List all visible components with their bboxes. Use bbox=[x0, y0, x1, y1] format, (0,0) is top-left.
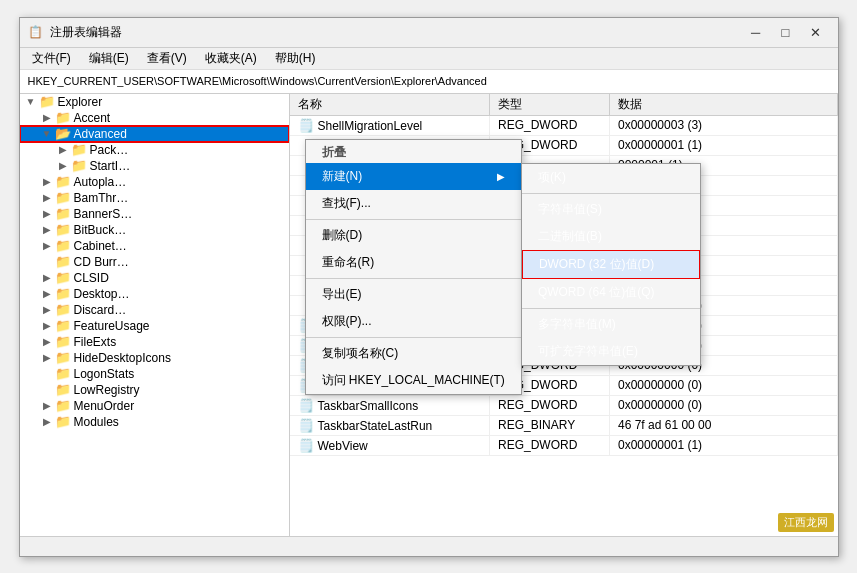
tree-item-bitbuck[interactable]: ▶ 📁 BitBuck… bbox=[20, 222, 289, 238]
reg-name-cell: 🗒️TaskbarSmallIcons bbox=[290, 395, 490, 415]
table-row[interactable]: 🗒️ShellMigrationLevelREG_DWORD0x00000003… bbox=[290, 115, 838, 135]
title-bar: 📋 注册表编辑器 ─ □ ✕ bbox=[20, 18, 838, 48]
tree-item-menuorder[interactable]: ▶ 📁 MenuOrder bbox=[20, 398, 289, 414]
tree-item-banners[interactable]: ▶ 📁 BannerS… bbox=[20, 206, 289, 222]
window-icon: 📋 bbox=[28, 24, 44, 40]
menu-help[interactable]: 帮助(H) bbox=[267, 48, 324, 69]
tree-arrow-desktop: ▶ bbox=[40, 288, 54, 299]
menu-view[interactable]: 查看(V) bbox=[139, 48, 195, 69]
tree-arrow-advanced: ▼ bbox=[40, 128, 54, 139]
tree-label-explorer: Explorer bbox=[58, 95, 103, 109]
reg-data-cell: 0x00000000 (0) bbox=[610, 375, 838, 395]
ctx-item-export[interactable]: 导出(E) bbox=[306, 281, 521, 308]
ctx-arrow-new: ▶ bbox=[497, 171, 505, 182]
status-bar bbox=[20, 536, 838, 556]
ctx-separator-1 bbox=[306, 219, 521, 220]
tree-item-discard[interactable]: ▶ 📁 Discard… bbox=[20, 302, 289, 318]
folder-icon-pack: 📁 bbox=[70, 143, 88, 157]
ctx-item-copyname[interactable]: 复制项名称(C) bbox=[306, 340, 521, 367]
tree-item-explorer[interactable]: ▼ 📁 Explorer bbox=[20, 94, 289, 110]
tree-arrow-discard: ▶ bbox=[40, 304, 54, 315]
tree-label-autopla: Autopla… bbox=[74, 175, 127, 189]
tree-item-advanced[interactable]: ▼ 📂 Advanced bbox=[20, 126, 289, 142]
tree-item-cabinet[interactable]: ▶ 📁 Cabinet… bbox=[20, 238, 289, 254]
ctx-item-access-hklm[interactable]: 访问 HKEY_LOCAL_MACHINE(T) bbox=[306, 367, 521, 394]
tree-label-menuorder: MenuOrder bbox=[74, 399, 135, 413]
tree-label-cdburr: CD Burr… bbox=[74, 255, 129, 269]
table-row[interactable]: 🗒️TaskbarStateLastRunREG_BINARY46 7f ad … bbox=[290, 415, 838, 435]
folder-icon-advanced: 📂 bbox=[54, 127, 72, 141]
reg-data-cell: 0x00000001 (1) bbox=[610, 135, 838, 155]
sub-item-multistring[interactable]: 多字符串值(M) bbox=[522, 311, 700, 338]
tree-arrow-bitbuck: ▶ bbox=[40, 224, 54, 235]
tree-item-logonstats[interactable]: 📁 LogonStats bbox=[20, 366, 289, 382]
tree-item-autopla[interactable]: ▶ 📁 Autopla… bbox=[20, 174, 289, 190]
tree-item-clsid[interactable]: ▶ 📁 CLSID bbox=[20, 270, 289, 286]
tree-label-bitbuck: BitBuck… bbox=[74, 223, 127, 237]
ctx-label-new: 新建(N) bbox=[322, 168, 363, 185]
sub-item-string[interactable]: 字符串值(S) bbox=[522, 196, 700, 223]
maximize-button[interactable]: □ bbox=[772, 22, 800, 42]
tree-label-bamthr: BamThr… bbox=[74, 191, 129, 205]
sub-label-qword: QWORD (64 位)值(Q) bbox=[538, 284, 655, 301]
ctx-label-find: 查找(F)... bbox=[322, 195, 371, 212]
tree-label-featureusage: FeatureUsage bbox=[74, 319, 150, 333]
sub-item-binary[interactable]: 二进制值(B) bbox=[522, 223, 700, 250]
ctx-item-new[interactable]: 新建(N) ▶ 项(K) 字符串值(S) 二进制 bbox=[306, 163, 521, 190]
ctx-label-permission: 权限(P)... bbox=[322, 313, 372, 330]
tree-arrow-hidedesktopicons: ▶ bbox=[40, 352, 54, 363]
reg-name-cell: 🗒️WebView bbox=[290, 435, 490, 455]
menu-bar: 文件(F) 编辑(E) 查看(V) 收藏夹(A) 帮助(H) bbox=[20, 48, 838, 70]
tree-item-hidedesktopicons[interactable]: ▶ 📁 HideDesktopIcons bbox=[20, 350, 289, 366]
menu-edit[interactable]: 编辑(E) bbox=[81, 48, 137, 69]
context-menu: 折叠 新建(N) ▶ 项(K) 字符串值(S) bbox=[305, 139, 522, 395]
minimize-button[interactable]: ─ bbox=[742, 22, 770, 42]
tree-item-starti[interactable]: ▶ 📁 StartI… bbox=[20, 158, 289, 174]
table-row[interactable]: 🗒️TaskbarSmallIconsREG_DWORD0x00000000 (… bbox=[290, 395, 838, 415]
tree-item-lowregistry[interactable]: 📁 LowRegistry bbox=[20, 382, 289, 398]
tree-arrow-pack: ▶ bbox=[56, 144, 70, 155]
ctx-item-delete[interactable]: 删除(D) bbox=[306, 222, 521, 249]
tree-item-featureusage[interactable]: ▶ 📁 FeatureUsage bbox=[20, 318, 289, 334]
ctx-label-copyname: 复制项名称(C) bbox=[322, 345, 399, 362]
tree-label-pack: Pack… bbox=[90, 143, 129, 157]
col-header-data: 数据 bbox=[610, 94, 838, 116]
tree-item-fileexts[interactable]: ▶ 📁 FileExts bbox=[20, 334, 289, 350]
ctx-item-find[interactable]: 查找(F)... bbox=[306, 190, 521, 217]
reg-type-cell: REG_DWORD bbox=[490, 395, 610, 415]
reg-data-cell: 0x00000001 (1) bbox=[610, 435, 838, 455]
tree-arrow-featureusage: ▶ bbox=[40, 320, 54, 331]
tree-item-desktop[interactable]: ▶ 📁 Desktop… bbox=[20, 286, 289, 302]
sub-item-dword[interactable]: DWORD (32 位)值(D) bbox=[522, 250, 700, 279]
ctx-item-rename[interactable]: 重命名(R) bbox=[306, 249, 521, 276]
reg-data-cell: 0x00000003 (3) bbox=[610, 115, 838, 135]
tree-item-accent[interactable]: ▶ 📁 Accent bbox=[20, 110, 289, 126]
sub-item-key[interactable]: 项(K) bbox=[522, 164, 700, 191]
folder-icon-explorer: 📁 bbox=[38, 95, 56, 109]
sub-item-qword[interactable]: QWORD (64 位)值(Q) bbox=[522, 279, 700, 306]
title-buttons: ─ □ ✕ bbox=[742, 22, 830, 42]
folder-icon-discard: 📁 bbox=[54, 303, 72, 317]
table-row[interactable]: 🗒️WebViewREG_DWORD0x00000001 (1) bbox=[290, 435, 838, 455]
tree-label-logonstats: LogonStats bbox=[74, 367, 135, 381]
menu-file[interactable]: 文件(F) bbox=[24, 48, 79, 69]
close-button[interactable]: ✕ bbox=[802, 22, 830, 42]
sub-separator-2 bbox=[522, 308, 700, 309]
ctx-separator-2 bbox=[306, 278, 521, 279]
right-panel: 名称 类型 数据 🗒️ShellMigrationLevelREG_DWORD0… bbox=[290, 94, 838, 536]
tree-item-bamthr[interactable]: ▶ 📁 BamThr… bbox=[20, 190, 289, 206]
tree-arrow-clsid: ▶ bbox=[40, 272, 54, 283]
ctx-item-permission[interactable]: 权限(P)... bbox=[306, 308, 521, 335]
folder-icon-bitbuck: 📁 bbox=[54, 223, 72, 237]
menu-favorites[interactable]: 收藏夹(A) bbox=[197, 48, 265, 69]
sub-label-binary: 二进制值(B) bbox=[538, 228, 602, 245]
folder-icon-logonstats: 📁 bbox=[54, 367, 72, 381]
tree-item-pack[interactable]: ▶ 📁 Pack… bbox=[20, 142, 289, 158]
tree-item-modules[interactable]: ▶ 📁 Modules bbox=[20, 414, 289, 430]
tree-item-cdburr[interactable]: 📁 CD Burr… bbox=[20, 254, 289, 270]
folder-icon-menuorder: 📁 bbox=[54, 399, 72, 413]
reg-name-cell: 🗒️TaskbarStateLastRun bbox=[290, 415, 490, 435]
sub-item-expandstring[interactable]: 可扩充字符串值(E) bbox=[522, 338, 700, 365]
tree-label-desktop: Desktop… bbox=[74, 287, 130, 301]
address-bar: HKEY_CURRENT_USER\SOFTWARE\Microsoft\Win… bbox=[20, 70, 838, 94]
